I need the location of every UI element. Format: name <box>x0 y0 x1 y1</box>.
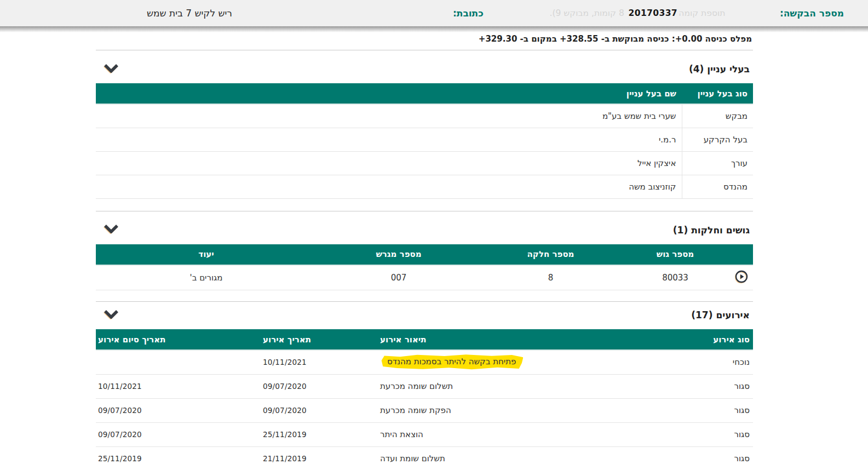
stakeholders-table: סוג בעל עניין שם בעל עניין מבקש שערי בית… <box>96 83 753 199</box>
section-blocks-parcels: גושים וחלקות (1) מספר גוש מספר חלקה מספר… <box>96 211 753 291</box>
table-row: נוכחי פתיחת בקשה להיתר בסמכות מהנדס 10/1… <box>96 350 753 374</box>
request-number-label: מספר הבקשה: <box>780 8 844 19</box>
table-row: מהנדס קוזניצוב משה <box>96 175 753 198</box>
section-stakeholders: בעלי עניין (4) סוג בעל עניין שם בעל עניי… <box>96 50 753 199</box>
play-circle-icon <box>735 277 748 285</box>
stakeholder-type: מבקש <box>682 104 753 128</box>
stakeholders-collapse-button[interactable] <box>102 62 120 76</box>
event-end-date: 25/11/2019 <box>96 446 249 470</box>
parcel-number: 8 <box>481 265 620 290</box>
stakeholder-type: בעל הקרקע <box>682 128 753 151</box>
address-value: ריש לקיש 7 בית שמש <box>147 8 232 19</box>
event-type: סגור <box>671 374 753 398</box>
event-end-date: 09/07/2020 <box>96 398 249 422</box>
event-type: סגור <box>671 398 753 422</box>
table-header-row: סוג בעל עניין שם בעל עניין <box>96 83 753 104</box>
row-expand-button[interactable] <box>734 270 749 284</box>
event-desc: פתיחת בקשה להיתר בסמכות מהנדס <box>372 350 671 374</box>
main-content: מפלס כניסה 0.00+: כניסה מבוקשת ב- 328.55… <box>96 26 753 470</box>
stakeholders-section-title: בעלי עניין (4) <box>689 64 750 74</box>
blocks-section-title: גושים וחלקות (1) <box>673 225 750 236</box>
table-row: מבקש שערי בית שמש בע"מ <box>96 104 753 128</box>
event-desc: תשלום שומת ועדה <box>372 446 671 470</box>
request-number-value: 20170337 <box>627 8 679 18</box>
event-date-header: תאריך אירוע <box>249 329 372 350</box>
stakeholder-type: מהנדס <box>682 175 753 198</box>
lot-number: 007 <box>317 265 481 290</box>
table-row: בעל הקרקע ר.מ.י <box>96 128 753 151</box>
event-end-date: 10/11/2021 <box>96 374 249 398</box>
stakeholder-name: ר.מ.י <box>96 128 682 151</box>
event-date: 21/11/2019 <box>249 446 372 470</box>
highlighted-text: פתיחת בקשה להיתר בסמכות מהנדס <box>380 354 523 370</box>
table-row: סגור תשלום שומת ועדה 21/11/2019 25/11/20… <box>96 446 753 470</box>
permit-application-page: { "topbar": { "request_label": "מספר הבק… <box>0 0 868 470</box>
event-end-date-header: תאריך סיום אירוע <box>96 329 249 350</box>
table-row: עורך איצקין אייל <box>96 151 753 175</box>
table-header-row: סוג אירוע תיאור אירוע תאריך אירוע תאריך … <box>96 329 753 350</box>
event-type: סגור <box>671 446 753 470</box>
chevron-down-icon <box>104 225 118 235</box>
zoning: מגורים ב' <box>96 265 317 290</box>
blocks-table: מספר גוש מספר חלקה מספר מגרש יעוד <box>96 244 753 291</box>
event-desc: הפקת שומה מכרעת <box>372 398 671 422</box>
event-desc: תשלום שומה מכרעת <box>372 374 671 398</box>
section-events: אירועים (17) סוג אירוע תיאור אירוע תאריך… <box>96 302 753 470</box>
event-type: נוכחי <box>671 350 753 374</box>
row-expand-header <box>730 244 753 265</box>
event-end-date: 09/07/2020 <box>96 422 249 446</box>
event-date: 25/11/2019 <box>249 422 372 446</box>
event-end-date <box>96 350 249 374</box>
event-desc: הוצאת היתר <box>372 422 671 446</box>
events-table: סוג אירוע תיאור אירוע תאריך אירוע תאריך … <box>96 329 753 470</box>
parcel-number-header: מספר חלקה <box>481 244 620 265</box>
zoning-header: יעוד <box>96 244 317 265</box>
stakeholder-type: עורך <box>682 151 753 175</box>
blocks-collapse-button[interactable] <box>102 223 120 237</box>
table-row: 80033 8 007 מגורים ב' <box>96 265 753 290</box>
event-date: 10/11/2021 <box>249 350 372 374</box>
table-row: סגור הפקת שומה מכרעת 09/07/2020 09/07/20… <box>96 398 753 422</box>
chevron-down-icon <box>104 310 118 320</box>
stakeholder-name: איצקין אייל <box>96 151 682 175</box>
chevron-down-icon <box>104 64 118 74</box>
table-row: סגור תשלום שומה מכרעת 09/07/2020 10/11/2… <box>96 374 753 398</box>
stakeholder-name: שערי בית שמש בע"מ <box>96 104 682 128</box>
events-section-title: אירועים (17) <box>691 309 750 320</box>
block-number-header: מספר גוש <box>620 244 730 265</box>
block-number: 80033 <box>620 265 730 290</box>
event-date: 09/07/2020 <box>249 398 372 422</box>
event-date: 09/07/2020 <box>249 374 372 398</box>
event-desc-header: תיאור אירוע <box>372 329 671 350</box>
event-type: סגור <box>671 422 753 446</box>
table-row: סגור הוצאת היתר 25/11/2019 09/07/2020 <box>96 422 753 446</box>
address-label: כתובת: <box>453 8 484 19</box>
events-collapse-button[interactable] <box>102 308 120 322</box>
stakeholder-name: קוזניצוב משה <box>96 175 682 198</box>
top-header-bar: מספר הבקשה: תוספת קומה (מותר בתב"ע 8 קומ… <box>0 0 868 26</box>
stakeholder-name-header: שם בעל עניין <box>96 83 682 104</box>
entry-level-note: מפלס כניסה 0.00+: כניסה מבוקשת ב- 328.55… <box>96 26 753 44</box>
stakeholder-type-header: סוג בעל עניין <box>682 83 753 104</box>
lot-number-header: מספר מגרש <box>317 244 481 265</box>
event-type-header: סוג אירוע <box>671 329 753 350</box>
table-header-row: מספר גוש מספר חלקה מספר מגרש יעוד <box>96 244 753 265</box>
